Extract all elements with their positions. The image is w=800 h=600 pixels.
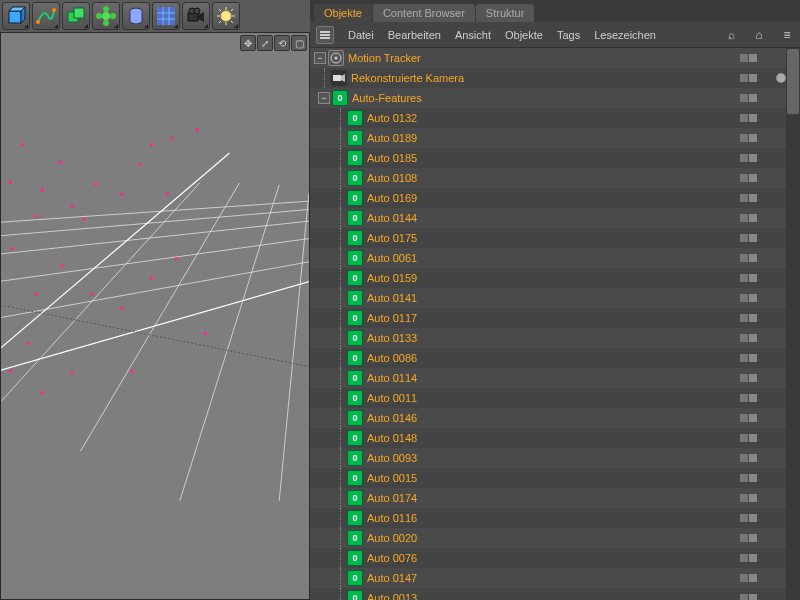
object-label[interactable]: Auto 0159 — [367, 272, 417, 284]
object-label[interactable]: Auto 0146 — [367, 412, 417, 424]
object-label[interactable]: Auto 0114 — [367, 372, 417, 384]
tree-row-item[interactable]: 0 Auto 0148 — [310, 428, 800, 448]
visibility-dots[interactable] — [740, 354, 758, 362]
menu-view[interactable]: Ansicht — [455, 29, 491, 41]
object-label[interactable]: Auto 0189 — [367, 132, 417, 144]
tree-row-item[interactable]: 0 Auto 0117 — [310, 308, 800, 328]
generator-tool[interactable] — [92, 2, 120, 30]
visibility-dots[interactable] — [740, 574, 758, 582]
tree-row-item[interactable]: 0 Auto 0132 — [310, 108, 800, 128]
visibility-dots[interactable] — [740, 554, 758, 562]
tree-row-item[interactable]: 0 Auto 0114 — [310, 368, 800, 388]
visibility-dots[interactable] — [740, 234, 758, 242]
tag-slot[interactable] — [776, 73, 786, 83]
tree-row-item[interactable]: 0 Auto 0189 — [310, 128, 800, 148]
visibility-dots[interactable] — [740, 74, 758, 82]
visibility-dots[interactable] — [740, 294, 758, 302]
object-label[interactable]: Motion Tracker — [348, 52, 421, 64]
tree-row-item[interactable]: 0 Auto 0061 — [310, 248, 800, 268]
visibility-dots[interactable] — [740, 594, 758, 600]
cube-tool[interactable] — [2, 2, 30, 30]
tree-row-item[interactable]: 0 Auto 0185 — [310, 148, 800, 168]
tab-content-browser[interactable]: Content Browser — [373, 4, 475, 22]
tree-row-camera[interactable]: Rekonstruierte Kamera — [310, 68, 800, 88]
object-label[interactable]: Auto 0013 — [367, 592, 417, 600]
tree-row-item[interactable]: 0 Auto 0116 — [310, 508, 800, 528]
object-label[interactable]: Auto-Features — [352, 92, 422, 104]
home-icon[interactable]: ⌂ — [752, 28, 766, 42]
menu-bookmarks[interactable]: Lesezeichen — [594, 29, 656, 41]
object-label[interactable]: Auto 0174 — [367, 492, 417, 504]
visibility-dots[interactable] — [740, 114, 758, 122]
search-icon[interactable]: ⌕ — [724, 28, 738, 42]
toggle-icon[interactable]: − — [314, 52, 326, 64]
object-label[interactable]: Rekonstruierte Kamera — [351, 72, 464, 84]
tree-row-item[interactable]: 0 Auto 0108 — [310, 168, 800, 188]
menu-edit[interactable]: Bearbeiten — [388, 29, 441, 41]
object-label[interactable]: Auto 0093 — [367, 452, 417, 464]
tree-row-item[interactable]: 0 Auto 0015 — [310, 468, 800, 488]
3d-viewport[interactable]: ✥ ⤢ ⟲ ▢ — [0, 32, 310, 600]
visibility-dots[interactable] — [740, 374, 758, 382]
object-label[interactable]: Auto 0086 — [367, 352, 417, 364]
object-label[interactable]: Auto 0169 — [367, 192, 417, 204]
visibility-dots[interactable] — [740, 314, 758, 322]
menu-tags[interactable]: Tags — [557, 29, 580, 41]
tree-row-item[interactable]: 0 Auto 0133 — [310, 328, 800, 348]
object-label[interactable]: Auto 0148 — [367, 432, 417, 444]
tree-row-item[interactable]: 0 Auto 0159 — [310, 268, 800, 288]
light-tool[interactable] — [212, 2, 240, 30]
object-label[interactable]: Auto 0147 — [367, 572, 417, 584]
panel-prefs-icon[interactable]: ≡ — [780, 28, 794, 42]
object-label[interactable]: Auto 0144 — [367, 212, 417, 224]
tree-row-item[interactable]: 0 Auto 0146 — [310, 408, 800, 428]
tree-row-item[interactable]: 0 Auto 0175 — [310, 228, 800, 248]
object-label[interactable]: Auto 0108 — [367, 172, 417, 184]
visibility-dots[interactable] — [740, 194, 758, 202]
menu-file[interactable]: Datei — [348, 29, 374, 41]
tree-row-root[interactable]: − Motion Tracker — [310, 48, 800, 68]
panel-menu-icon[interactable] — [316, 26, 334, 44]
spline-tool[interactable] — [32, 2, 60, 30]
visibility-dots[interactable] — [740, 394, 758, 402]
visibility-dots[interactable] — [740, 214, 758, 222]
visibility-dots[interactable] — [740, 174, 758, 182]
object-label[interactable]: Auto 0061 — [367, 252, 417, 264]
tab-structure[interactable]: Struktur — [476, 4, 535, 22]
visibility-dots[interactable] — [740, 154, 758, 162]
tree-row-group[interactable]: − 0 Auto-Features — [310, 88, 800, 108]
visibility-dots[interactable] — [740, 494, 758, 502]
tree-row-item[interactable]: 0 Auto 0011 — [310, 388, 800, 408]
tree-row-item[interactable]: 0 Auto 0141 — [310, 288, 800, 308]
floor-tool[interactable] — [152, 2, 180, 30]
visibility-dots[interactable] — [740, 514, 758, 522]
object-label[interactable]: Auto 0076 — [367, 552, 417, 564]
tree-row-item[interactable]: 0 Auto 0013 — [310, 588, 800, 600]
tree-row-item[interactable]: 0 Auto 0144 — [310, 208, 800, 228]
visibility-dots[interactable] — [740, 474, 758, 482]
object-tree[interactable]: − Motion Tracker Rekonstruierte Kamera −… — [310, 48, 800, 600]
tree-row-item[interactable]: 0 Auto 0086 — [310, 348, 800, 368]
visibility-dots[interactable] — [740, 54, 758, 62]
tree-row-item[interactable]: 0 Auto 0169 — [310, 188, 800, 208]
visibility-dots[interactable] — [740, 334, 758, 342]
object-label[interactable]: Auto 0011 — [367, 392, 417, 404]
tree-row-item[interactable]: 0 Auto 0093 — [310, 448, 800, 468]
visibility-dots[interactable] — [740, 434, 758, 442]
tree-scrollbar[interactable] — [786, 48, 800, 600]
tab-objects[interactable]: Objekte — [314, 4, 372, 22]
visibility-dots[interactable] — [740, 414, 758, 422]
object-label[interactable]: Auto 0132 — [367, 112, 417, 124]
tree-row-item[interactable]: 0 Auto 0076 — [310, 548, 800, 568]
object-label[interactable]: Auto 0133 — [367, 332, 417, 344]
visibility-dots[interactable] — [740, 254, 758, 262]
object-label[interactable]: Auto 0116 — [367, 512, 417, 524]
visibility-dots[interactable] — [740, 274, 758, 282]
visibility-dots[interactable] — [740, 534, 758, 542]
object-label[interactable]: Auto 0020 — [367, 532, 417, 544]
toggle-icon[interactable]: − — [318, 92, 330, 104]
deformer-tool[interactable] — [122, 2, 150, 30]
menu-objects[interactable]: Objekte — [505, 29, 543, 41]
scrollbar-thumb[interactable] — [787, 49, 799, 114]
visibility-dots[interactable] — [740, 94, 758, 102]
